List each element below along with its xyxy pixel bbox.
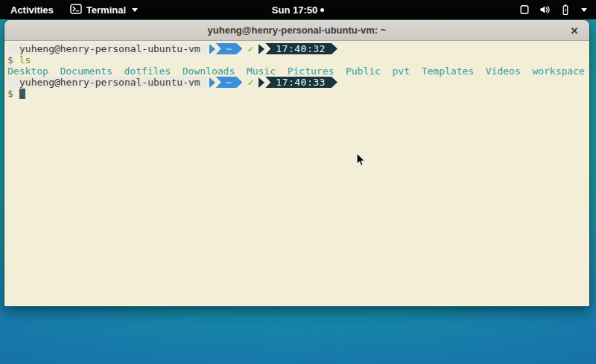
- prompt-time-segment: 17:40:33: [265, 77, 337, 88]
- directory-entry: Public: [346, 66, 381, 77]
- powerline-arrow-icon: [259, 44, 264, 54]
- command-line: $ ls: [7, 54, 586, 66]
- top-bar: Activities Terminal Sun 17:50: [0, 0, 596, 19]
- clock-button[interactable]: Sun 17:50: [272, 4, 324, 16]
- prompt-directory-segment: ~: [216, 77, 243, 88]
- terminal-window: yuheng@henry-personal-ubuntu-vm: ~ ✕ yuh…: [4, 20, 589, 307]
- prompt-char: $: [7, 88, 13, 99]
- prompt-user-segment: yuheng@henry-personal-ubuntu-vm: [7, 43, 207, 54]
- app-menu-terminal[interactable]: Terminal: [70, 4, 138, 16]
- display-icon: [519, 4, 530, 16]
- success-check-icon: ✓: [247, 43, 253, 54]
- success-check-icon: ✓: [247, 77, 253, 88]
- directory-entry: Music: [247, 66, 276, 77]
- text-cursor: [19, 89, 25, 99]
- directory-entry: Pictures: [288, 66, 335, 77]
- clock-label: Sun 17:50: [272, 4, 317, 16]
- directory-entry: Desktop: [7, 66, 48, 77]
- directory-entry: Templates: [422, 66, 474, 77]
- system-status-area[interactable]: [519, 4, 596, 16]
- notification-dot-icon: [320, 8, 324, 12]
- directory-entry: Downloads: [183, 66, 235, 77]
- directory-entry: Documents: [60, 66, 112, 77]
- ls-output-line: DesktopDocumentsdotfilesDownloadsMusicPi…: [7, 66, 586, 77]
- powerline-arrow-icon: [209, 44, 215, 54]
- prompt-time-segment: 17:40:32: [265, 43, 337, 54]
- top-bar-left: Activities Terminal: [0, 3, 138, 17]
- volume-icon: [539, 4, 551, 16]
- caret-down-icon: [132, 8, 138, 12]
- app-menu-label: Terminal: [86, 4, 126, 16]
- directory-entry: dotfiles: [124, 66, 171, 77]
- command-text: ls: [19, 54, 31, 66]
- prompt-line: yuheng@henry-personal-ubuntu-vm ~ ✓ 17:4…: [7, 77, 586, 88]
- directory-entry: Videos: [486, 66, 521, 77]
- prompt-char: $: [7, 54, 13, 66]
- terminal-content[interactable]: yuheng@henry-personal-ubuntu-vm ~ ✓ 17:4…: [4, 41, 589, 306]
- prompt-user-segment: yuheng@henry-personal-ubuntu-vm: [7, 77, 207, 88]
- window-titlebar[interactable]: yuheng@henry-personal-ubuntu-vm: ~ ✕: [4, 20, 589, 41]
- prompt-line: yuheng@henry-personal-ubuntu-vm ~ ✓ 17:4…: [7, 43, 586, 54]
- directory-entry: pvt: [393, 66, 410, 77]
- caret-down-icon: [581, 8, 587, 12]
- terminal-icon: [70, 4, 82, 16]
- activities-button[interactable]: Activities: [7, 3, 57, 17]
- powerline-arrow-icon: [209, 77, 215, 88]
- battery-charging-icon: [559, 4, 571, 16]
- window-title: yuheng@henry-personal-ubuntu-vm: ~: [208, 25, 387, 36]
- close-button[interactable]: ✕: [565, 20, 583, 41]
- powerline-arrow-icon: [259, 77, 264, 88]
- prompt-directory-segment: ~: [216, 43, 243, 54]
- directory-entry: workspace: [532, 66, 584, 77]
- input-line: $: [7, 88, 586, 99]
